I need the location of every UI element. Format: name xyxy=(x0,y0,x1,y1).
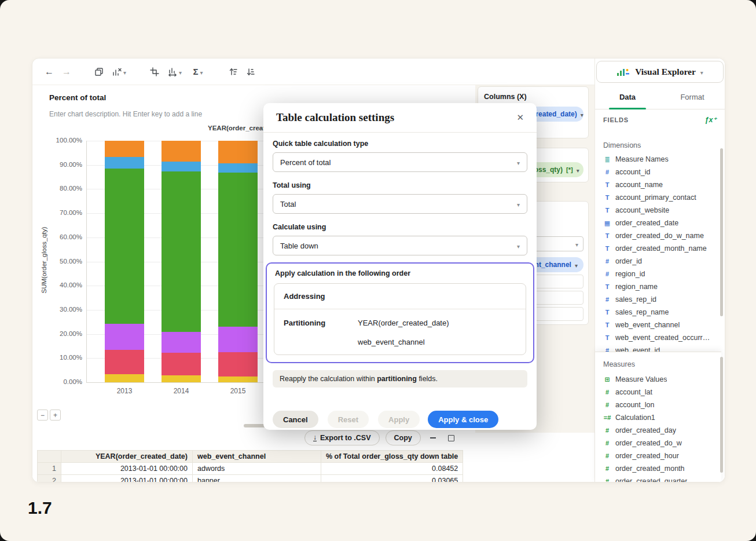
screen: ← → Σ xyxy=(0,0,756,541)
visual-explorer-button[interactable]: Visual Explorer xyxy=(596,61,724,83)
y-tick-label: 10.00% xyxy=(32,354,82,361)
bar-segment-blue[interactable] xyxy=(218,163,258,173)
bar-segment-orange[interactable] xyxy=(105,141,144,157)
number-icon: # xyxy=(603,169,611,176)
bar-segment-blue[interactable] xyxy=(105,157,144,169)
field-item-region_name[interactable]: Tregion_name xyxy=(599,280,718,293)
tab-format[interactable]: Format xyxy=(660,85,725,109)
bar-segment-red[interactable] xyxy=(105,350,144,374)
measure-names-icon: ≣ xyxy=(603,156,611,163)
field-item-Calculation1[interactable]: =#Calculation1 xyxy=(599,411,718,424)
calculation-order-box: Addressing Partitioning YEAR(order_creat… xyxy=(274,283,526,355)
field-label: account_lon xyxy=(615,401,654,409)
field-label: order_created_month xyxy=(615,465,685,473)
reset-button[interactable]: Reset xyxy=(328,411,369,428)
stacked-bar-2014[interactable] xyxy=(162,141,201,382)
field-label: region_id xyxy=(615,270,645,278)
toolbar: ← → Σ xyxy=(32,59,594,85)
sidebar-scrollbar-thumb[interactable] xyxy=(720,148,723,316)
y-tick-label: 90.00% xyxy=(32,161,82,168)
bar-segment-blue[interactable] xyxy=(162,162,201,171)
bar-segment-green[interactable] xyxy=(162,171,201,332)
partitioning-row: Partitioning YEAR(order_created_date)web… xyxy=(284,319,516,346)
apply-close-button[interactable]: Apply & close xyxy=(428,411,498,428)
calculate-using-select[interactable]: Table down xyxy=(273,236,527,255)
field-item-account_id[interactable]: #account_id xyxy=(599,166,718,178)
zoom-controls: − + xyxy=(37,410,61,421)
field-item-web_event_created_occurred...[interactable]: Tweb_event_created_occurred... xyxy=(599,331,718,344)
back-button[interactable]: ← xyxy=(41,63,58,81)
crop-button[interactable] xyxy=(146,63,163,81)
export-csv-button[interactable]: ↓ Export to .CSV xyxy=(304,430,380,445)
field-item-order_created_do_w[interactable]: #order_created_do_w xyxy=(599,437,718,449)
field-item-order_created_hour[interactable]: #order_created_hour xyxy=(599,449,718,462)
column-header: YEAR(order_created_date) xyxy=(61,451,193,463)
apply-button[interactable]: Apply xyxy=(378,411,420,428)
field-item-region_id[interactable]: #region_id xyxy=(599,268,718,280)
field-item-account_primary_contact[interactable]: Taccount_primary_contact xyxy=(599,191,718,204)
crop-icon xyxy=(150,67,159,76)
bar-segment-orange[interactable] xyxy=(218,141,258,163)
stacked-bar-2015[interactable] xyxy=(218,141,258,382)
field-item-order_created_day[interactable]: #order_created_day xyxy=(599,424,718,437)
text-icon: T xyxy=(603,334,611,341)
zoom-out-button[interactable]: − xyxy=(37,410,48,421)
field-item-order_created_do_w_name[interactable]: Torder_created_do_w_name xyxy=(599,229,718,242)
total-using-select[interactable]: Total xyxy=(273,194,527,214)
minimize-results-button[interactable] xyxy=(427,432,439,444)
sort-descending-button[interactable] xyxy=(242,63,259,81)
column-header: % of Total order_gloss_qty down table xyxy=(321,451,463,463)
duplicate-chart-button[interactable] xyxy=(90,63,108,81)
field-item-account_name[interactable]: Taccount_name xyxy=(599,178,718,191)
bar-segment-purple[interactable] xyxy=(218,327,258,352)
bar-segment-green[interactable] xyxy=(218,173,258,327)
chart-title[interactable]: Percent of total xyxy=(49,93,106,102)
cell-channel: adwords xyxy=(193,463,321,475)
tab-data[interactable]: Data xyxy=(595,85,660,109)
bar-segment-green[interactable] xyxy=(105,169,144,324)
bar-segment-yellow[interactable] xyxy=(162,375,201,382)
field-label: order_created_day xyxy=(615,426,676,434)
chart-description-input[interactable]: Enter chart description. Hit Enter key t… xyxy=(49,110,202,118)
field-item-order_id[interactable]: #order_id xyxy=(599,255,718,268)
field-item-order_created_month_name[interactable]: Torder_created_month_name xyxy=(599,242,718,255)
field-item-account_website[interactable]: Taccount_website xyxy=(599,204,718,217)
bar-segment-red[interactable] xyxy=(218,352,258,376)
bar-segment-yellow[interactable] xyxy=(218,376,258,382)
bar-segment-purple[interactable] xyxy=(105,324,144,350)
field-item-order_created_quarter[interactable]: #order_created_quarter xyxy=(599,475,718,482)
bar-segment-red[interactable] xyxy=(162,353,201,375)
field-item-sales_rep_name[interactable]: Tsales_rep_name xyxy=(599,306,718,319)
field-item-Measure Names[interactable]: ≣Measure Names xyxy=(599,153,718,166)
field-item-Measure Values[interactable]: ⊞Measure Values xyxy=(599,373,718,386)
add-calculation-icon[interactable]: ƒx⁺ xyxy=(704,115,717,124)
measures-list: ⊞Measure Values#account_lat#account_lon=… xyxy=(599,373,718,482)
maximize-results-button[interactable] xyxy=(445,432,458,444)
cancel-button[interactable]: Cancel xyxy=(273,411,318,428)
field-item-order_created_month[interactable]: #order_created_month xyxy=(599,462,718,475)
number-icon: # xyxy=(603,270,611,277)
number-icon: # xyxy=(603,452,611,459)
sort-ascending-button[interactable] xyxy=(225,63,242,81)
chart-type-button[interactable] xyxy=(163,63,186,81)
field-item-sales_rep_id[interactable]: #sales_rep_id xyxy=(599,293,718,306)
clear-chart-button[interactable] xyxy=(108,63,131,81)
quick-calc-select[interactable]: Percent of total xyxy=(273,152,527,172)
bar-segment-orange[interactable] xyxy=(162,141,201,162)
forward-button[interactable]: → xyxy=(58,63,75,81)
bar-segment-purple[interactable] xyxy=(162,332,201,353)
table-calculation-settings-modal: Table calculation settings ✕ Quick table… xyxy=(263,103,537,430)
copy-button[interactable]: Copy xyxy=(386,430,421,445)
field-item-order_created_date[interactable]: ▦order_created_date xyxy=(599,217,718,229)
field-item-account_lon[interactable]: #account_lon xyxy=(599,399,718,411)
aggregate-button[interactable]: Σ xyxy=(186,63,210,81)
bar-segment-yellow[interactable] xyxy=(105,374,144,382)
field-item-web_event_channel[interactable]: Tweb_event_channel xyxy=(599,319,718,331)
close-icon[interactable]: ✕ xyxy=(516,112,524,123)
zoom-in-button[interactable]: + xyxy=(50,410,61,421)
duplicate-icon xyxy=(94,67,104,76)
measures-scrollbar-thumb[interactable] xyxy=(720,357,723,473)
stacked-bar-2013[interactable] xyxy=(105,141,144,382)
chevron-down-icon xyxy=(517,200,520,209)
field-item-account_lat[interactable]: #account_lat xyxy=(599,386,718,399)
